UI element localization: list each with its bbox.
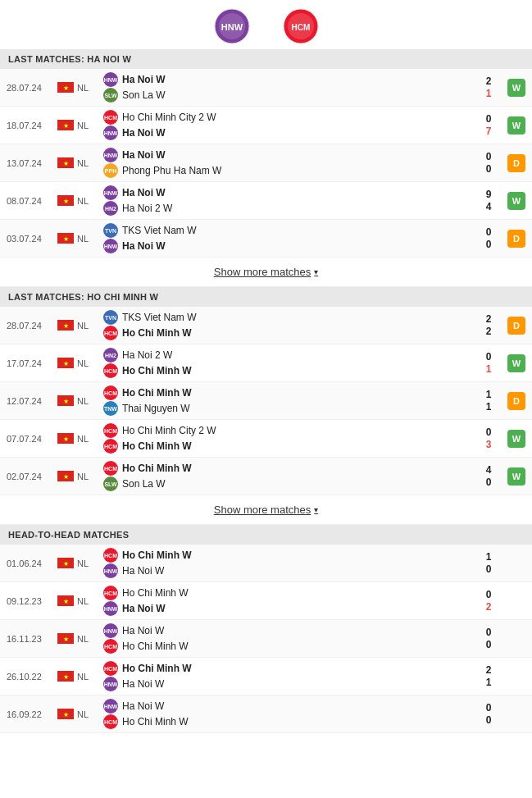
score-value: 4 (486, 464, 492, 476)
score-value: 7 (486, 125, 492, 137)
score-value: 0 (486, 702, 492, 714)
team-line: HNWHa Noi W (103, 239, 476, 253)
match-date: 13.07.24 (7, 158, 57, 168)
result-badge: D (507, 154, 525, 172)
teams-column: HNWHa Noi WHN2Ha Noi 2 W (103, 185, 476, 216)
result-badge-wrap: D (507, 392, 525, 410)
team-line: HNWHa Noi W (103, 148, 476, 162)
score-value: 1 (486, 389, 492, 400)
teams-column: HNWHa Noi WSLWSon La W (103, 72, 476, 103)
league-label: NL (77, 234, 100, 244)
club-icon: HCM (103, 363, 118, 378)
league-label: NL (77, 434, 100, 444)
club-icon: HCM (103, 326, 118, 340)
score-value: 3 (486, 439, 492, 450)
result-badge-wrap: W (507, 354, 525, 372)
sections-container: LAST MATCHES: HA NOI W28.07.24NLHNWHa No… (0, 49, 532, 733)
team-name: Ho Chi Minh W (122, 327, 192, 339)
result-badge: D (507, 317, 525, 335)
match-date: 16.11.23 (7, 634, 57, 644)
country-flag (57, 395, 74, 406)
show-more-button[interactable]: Show more matches▾ (214, 504, 319, 516)
club-icon: HNW (103, 677, 118, 691)
result-badge-wrap: D (507, 230, 525, 248)
team-name: Ho Chi Minh W (122, 663, 192, 674)
scores-column: 94 (476, 189, 501, 212)
match-row: 12.07.24NLHCMHo Chi Minh WTNWThai Nguyen… (0, 382, 532, 420)
score-value: 4 (486, 201, 492, 212)
section-label-head2head: HEAD-TO-HEAD MATCHES (0, 525, 532, 545)
team-name: Ha Noi 2 W (122, 349, 172, 361)
result-badge-wrap: W (507, 192, 525, 210)
team-name: Ha Noi W (122, 74, 166, 85)
score-value: 2 (486, 313, 492, 325)
scores-column: 03 (476, 426, 501, 450)
country-flag (57, 120, 74, 130)
team-name: Ho Chi Minh W (122, 716, 189, 727)
league-label: NL (77, 158, 100, 168)
show-more-button[interactable]: Show more matches▾ (214, 266, 319, 278)
country-flag (57, 433, 74, 444)
teams-column: HNWHa Noi WHCMHo Chi Minh W (103, 699, 476, 729)
show-more-row: Show more matches▾ (0, 258, 532, 287)
club-icon: HNW (103, 148, 118, 162)
league-label: NL (77, 672, 100, 682)
team-line: HCMHo Chi Minh W (103, 639, 476, 654)
teams-column: HCMHo Chi Minh WHNWHa Noi W (103, 586, 476, 616)
result-badge: W (507, 467, 525, 486)
match-date: 03.07.24 (7, 234, 57, 244)
score-value: 2 (486, 664, 492, 676)
match-date: 17.07.24 (7, 358, 57, 368)
match-row: 02.07.24NLHCMHo Chi Minh WSLWSon La W40W (0, 458, 532, 495)
league-label: NL (77, 396, 100, 406)
club-icon: HCM (103, 461, 118, 476)
team-line: HN2Ha Noi 2 W (103, 348, 476, 363)
teams-column: HCMHo Chi Minh City 2 WHCMHo Chi Minh W (103, 423, 476, 454)
club-icon: HCM (103, 639, 118, 654)
teams-column: HCMHo Chi Minh City 2 WHNWHa Noi W (103, 110, 476, 140)
team-name: Ho Chi Minh City 2 W (122, 425, 216, 436)
team-line: SLWSon La W (103, 88, 476, 103)
team-name: TKS Viet Nam W (122, 225, 196, 236)
chevron-down-icon: ▾ (314, 505, 318, 514)
team-name: Ho Chi Minh W (122, 387, 192, 399)
match-date: 07.07.24 (7, 434, 57, 444)
match-row: 28.07.24NLTVNTKS Viet Nam WHCMHo Chi Min… (0, 307, 532, 344)
team-name: Ha Noi W (122, 149, 166, 161)
team-line: HCMHo Chi Minh W (103, 461, 476, 476)
team-name: Ho Chi Minh W (122, 549, 192, 561)
match-date: 02.07.24 (7, 472, 57, 481)
match-date: 01.06.24 (7, 559, 57, 568)
scores-column: 07 (476, 113, 501, 137)
country-flag (57, 595, 74, 606)
country-flag (57, 709, 74, 719)
match-date: 28.07.24 (7, 321, 57, 331)
svg-text:HNW: HNW (221, 22, 243, 32)
team-name: Ha Noi W (122, 127, 166, 139)
club-icon: HNW (103, 185, 118, 200)
section-last-hcm: LAST MATCHES: HO CHI MINH W28.07.24NLTVN… (0, 287, 532, 525)
team-name: Ho Chi Minh W (122, 440, 192, 452)
team-name: Son La W (122, 89, 166, 101)
match-date: 28.07.24 (7, 83, 57, 93)
match-row: 03.07.24NLTVNTKS Viet Nam WHNWHa Noi W00… (0, 220, 532, 258)
club-icon: HCM (103, 423, 118, 438)
section-head2head: HEAD-TO-HEAD MATCHES01.06.24NLHCMHo Chi … (0, 525, 532, 733)
club-icon: HCM (103, 586, 118, 600)
teams-column: HNWHa Noi WPPHPhong Phu Ha Nam W (103, 148, 476, 178)
score-value: 0 (486, 563, 492, 575)
teams-column: HCMHo Chi Minh WHNWHa Noi W (103, 661, 476, 691)
club-icon: TNW (103, 401, 118, 416)
score-value: 2 (486, 326, 492, 337)
team-line: HNWHa Noi W (103, 72, 476, 87)
team-line: HCMHo Chi Minh W (103, 661, 476, 676)
team-line: HCMHo Chi Minh W (103, 548, 476, 563)
match-row: 13.07.24NLHNWHa Noi WPPHPhong Phu Ha Nam… (0, 144, 532, 182)
section-label-last-hanoi: LAST MATCHES: HA NOI W (0, 49, 532, 69)
league-label: NL (77, 559, 100, 568)
score-value: 1 (486, 88, 492, 99)
scores-column: 22 (476, 313, 501, 337)
team-name: Ho Chi Minh W (122, 587, 189, 599)
scores-column: 11 (476, 389, 501, 413)
show-more-label: Show more matches (214, 266, 311, 278)
